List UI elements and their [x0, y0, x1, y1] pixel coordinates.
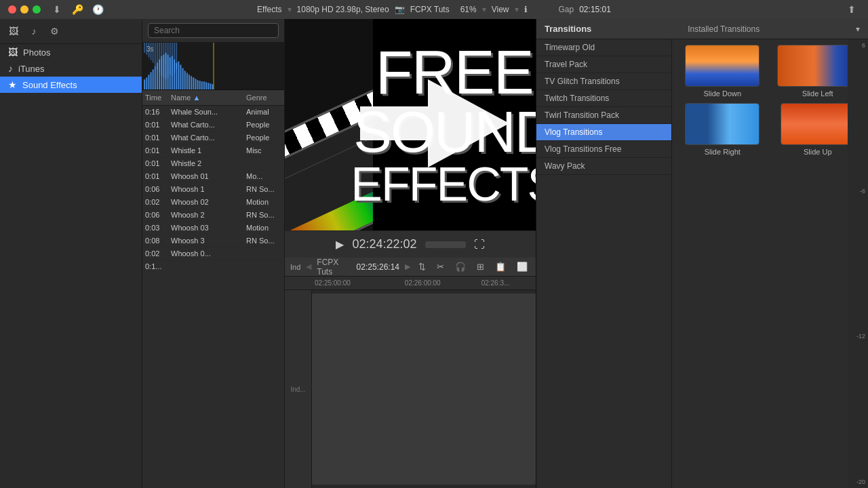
trans-thumb-slide-down[interactable]: Slide Down	[677, 45, 768, 98]
slide-left-label: Slide Left	[802, 89, 833, 98]
fcpx-info-bar: Ind ◀ FCPX Tuts 02:25:26:14 ▶ ⇅ ✂ 🎧 ⊞ 📋 …	[285, 258, 536, 277]
effects-name: Whoosh 0...	[168, 249, 243, 258]
effects-row[interactable]: 0:01 Whoosh 01 Mo...	[142, 170, 284, 183]
transition-item-wavy-pack[interactable]: Wavy Pack	[536, 158, 671, 175]
audio-sync-icon[interactable]: ⇅	[416, 260, 429, 273]
db-minus6: -6	[850, 188, 865, 195]
minimize-button[interactable]	[20, 5, 28, 14]
effects-genre: Motion	[243, 197, 284, 207]
slide-right-label: Slide Right	[705, 148, 741, 156]
col-name-header[interactable]: Name ▲	[168, 92, 243, 103]
svg-rect-28	[201, 81, 203, 89]
trans-thumb-slide-right[interactable]: Slide Right	[677, 103, 768, 156]
transitions-panel: Transitions Installed Transitions ▾ Time…	[536, 19, 868, 488]
slide-up-preview	[781, 103, 855, 145]
svg-rect-45	[165, 43, 166, 79]
library-toolbar: 🖼 ♪ ⚙	[0, 19, 142, 44]
effects-row[interactable]: 0:06 Whoosh 2 RN So...	[142, 209, 284, 222]
expand-icon[interactable]: ⬜	[514, 260, 530, 273]
svg-marker-51	[360, 79, 509, 167]
sidebar-item-sound-effects[interactable]: ★ Sound Effects	[0, 77, 142, 93]
project-name: FCPX Tuts	[317, 258, 351, 277]
effects-row[interactable]: 0:02 Whoosh 02 Motion	[142, 196, 284, 209]
clip-icon[interactable]: 📋	[492, 260, 509, 273]
transitions-title: Transitions	[545, 24, 591, 34]
db-minus20: -20	[850, 479, 865, 485]
transition-item-tv-glitch[interactable]: TV Glitch Transitions	[536, 73, 671, 90]
sidebar-item-photos[interactable]: 🖼 Photos	[0, 44, 142, 60]
transition-item-vlog-free[interactable]: Vlog Transitions Free	[536, 141, 671, 158]
effects-name: Whoosh 2	[168, 210, 243, 220]
effects-row[interactable]: 0:01 Whistle 1 Misc	[142, 144, 284, 157]
col-genre-header[interactable]: Genre	[243, 92, 284, 103]
audio-trim-icon[interactable]: ✂	[434, 260, 447, 273]
fullscreen-toggle[interactable]: ⛶	[474, 239, 485, 251]
svg-rect-49	[174, 43, 175, 73]
effects-genre: Misc	[243, 146, 284, 155]
timeline-time-2: 02:26:00:00	[405, 279, 441, 287]
play-button[interactable]: ▶	[336, 238, 344, 251]
toolbar-icon-3[interactable]: 🕐	[90, 1, 106, 18]
effects-row[interactable]: 0:16 Whale Soun... Animal	[142, 106, 284, 119]
track-label: Ind...	[285, 290, 312, 488]
effects-table: 0:16 Whale Soun... Animal 0:01 What Cart…	[142, 106, 284, 488]
effects-row[interactable]: 0:08 Whoosh 3 RN So...	[142, 235, 284, 247]
effects-row[interactable]: 0:01 What Carto... People	[142, 131, 284, 144]
installed-transitions-label[interactable]: Installed Transitions	[688, 24, 760, 34]
effects-name	[168, 266, 243, 267]
preview-area: Production Scene	[285, 19, 536, 488]
transition-item-timewarp-old[interactable]: Timewarp Old	[536, 39, 671, 56]
thumbnails-area: Slide Down 0 Slide Left Slide Right	[672, 39, 868, 488]
share-icon[interactable]: ⬆	[844, 1, 860, 18]
effects-genre	[243, 253, 284, 254]
star-icon: ★	[8, 79, 17, 90]
effects-row[interactable]: 0:06 Whoosh 1 RN So...	[142, 183, 284, 196]
timeline-area: 02:25:00:00 02:26:00:00 02:26:3... Ind..…	[285, 277, 536, 488]
sidebar-item-itunes[interactable]: ♪ iTunes	[0, 60, 142, 77]
transitions-list: Timewarp OldTravel PackTV Glitch Transit…	[536, 39, 672, 488]
svg-rect-21	[186, 73, 188, 89]
effects-time: 0:1...	[142, 262, 168, 271]
chevron-down-icon[interactable]: ▾	[856, 24, 860, 34]
transition-item-twitch[interactable]: Twitch Transitions	[536, 90, 671, 107]
effects-name: Whistle 2	[168, 159, 243, 168]
col-time-header[interactable]: Time	[142, 92, 168, 103]
timeline-clip[interactable]	[312, 293, 536, 485]
itunes-icon: ♪	[8, 63, 13, 74]
toolbar-icon-1[interactable]: ⬇	[49, 1, 65, 18]
headphone-icon[interactable]: 🎧	[452, 260, 469, 273]
effects-genre: People	[243, 120, 284, 129]
effects-row[interactable]: 0:1...	[142, 260, 284, 273]
effects-name: Whoosh 01	[168, 171, 243, 181]
lib-settings-icon[interactable]: ⚙	[46, 23, 62, 39]
view-icon[interactable]: ⊞	[474, 260, 487, 273]
effects-row[interactable]: 0:01 Whistle 2	[142, 157, 284, 170]
effects-row[interactable]: 0:01 What Carto... People	[142, 119, 284, 131]
svg-rect-42	[159, 43, 160, 73]
effects-genre: Mo...	[243, 171, 284, 181]
svg-rect-20	[184, 70, 186, 89]
view-button[interactable]: View	[492, 5, 509, 14]
lib-photos-icon[interactable]: 🖼	[5, 23, 22, 39]
effects-row[interactable]: 0:02 Whoosh 0...	[142, 247, 284, 260]
titlebar: ⬇ 🔑 🕐 Effects ▾ 1080p HD 23.98p, Stereo …	[0, 0, 868, 19]
playback-bar: ▶ 02:24:22:02 ⛶	[285, 230, 536, 258]
close-button[interactable]	[8, 5, 16, 14]
lib-music-icon[interactable]: ♪	[26, 23, 42, 39]
effects-row[interactable]: 0:03 Whoosh 03 Motion	[142, 222, 284, 235]
svg-rect-6	[155, 66, 156, 90]
effects-genre: RN So...	[243, 236, 284, 245]
toolbar-icon-2[interactable]: 🔑	[69, 1, 85, 18]
fullscreen-button[interactable]	[33, 5, 41, 14]
transition-item-twirl-pack[interactable]: Twirl Transition Pack	[536, 107, 671, 124]
info-icon[interactable]: ℹ	[524, 5, 528, 14]
transition-item-vlog[interactable]: Vlog Transitions	[536, 124, 671, 141]
search-input[interactable]	[148, 23, 279, 38]
track-name: Ind...	[290, 386, 305, 393]
photos-icon: 🖼	[8, 47, 18, 58]
effects-name: Whoosh 02	[168, 197, 243, 207]
transition-item-travel-pack[interactable]: Travel Pack	[536, 56, 671, 73]
effects-name: Whistle 1	[168, 146, 243, 155]
slide-right-preview	[685, 103, 760, 145]
ind-label: Ind	[290, 263, 300, 271]
